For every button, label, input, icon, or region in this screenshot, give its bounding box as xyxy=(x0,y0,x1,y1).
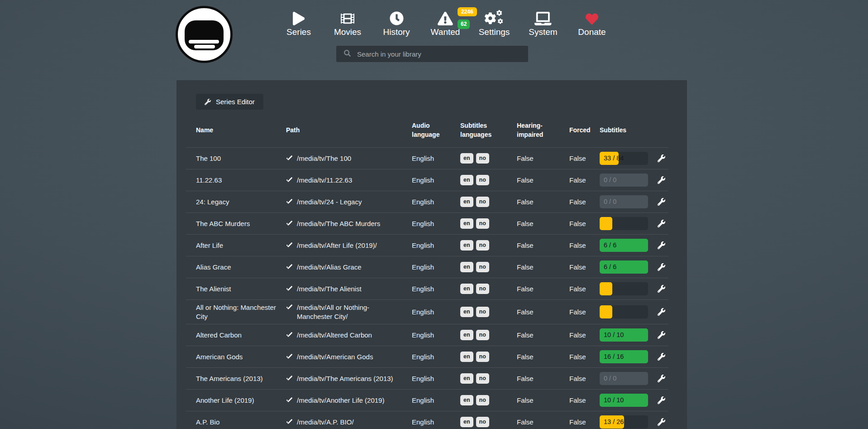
check-icon xyxy=(286,199,293,205)
series-editor-button[interactable]: Series Editor xyxy=(196,94,263,110)
language-badge: en xyxy=(460,395,473,405)
series-name[interactable]: Another Life (2019) xyxy=(186,393,286,408)
nav-item-movies[interactable]: Movies xyxy=(323,8,372,37)
series-path-text: /media/tv/All or Nothing- Manchester Cit… xyxy=(297,303,405,321)
language-badge: no xyxy=(476,395,489,405)
subtitles-languages-badges: enno xyxy=(460,307,517,317)
subtitles-progress-bar xyxy=(600,282,648,295)
hearing-impaired-value: False xyxy=(517,396,569,404)
series-name[interactable]: A.P. Bio xyxy=(186,415,286,429)
wrench-icon[interactable] xyxy=(658,220,665,227)
wrench-icon[interactable] xyxy=(658,331,665,339)
search-input[interactable] xyxy=(356,50,528,58)
series-name[interactable]: All or Nothing: Manchester City xyxy=(186,300,286,324)
nav-item-series[interactable]: Series xyxy=(274,8,323,37)
progress-label: 6 / 6 xyxy=(604,239,616,252)
row-actions xyxy=(654,263,668,271)
audio-language-value: English xyxy=(412,308,460,316)
hearing-impaired-value: False xyxy=(517,285,569,293)
series-path: /media/tv/24 - Legacy xyxy=(286,194,412,210)
audio-language-value: English xyxy=(412,154,460,162)
forced-value: False xyxy=(569,154,600,162)
nav-label-system: System xyxy=(529,27,557,37)
wrench-icon[interactable] xyxy=(658,285,665,293)
wrench-icon[interactable] xyxy=(658,241,665,249)
bazarr-logo[interactable] xyxy=(176,6,233,63)
series-path: /media/tv/The Americans (2013) xyxy=(286,371,412,386)
series-name[interactable]: Alias Grace xyxy=(186,260,286,275)
series-name[interactable]: After Life xyxy=(186,238,286,253)
wrench-icon[interactable] xyxy=(658,375,665,382)
series-name[interactable]: The 100 xyxy=(186,151,286,166)
check-icon xyxy=(286,221,293,227)
subtitles-languages-badges: enno xyxy=(460,153,517,164)
language-badge: no xyxy=(476,352,489,362)
nav-label-history: History xyxy=(383,27,410,37)
nav-item-donate[interactable]: Donate xyxy=(568,8,616,37)
series-name[interactable]: The Alienist xyxy=(186,281,286,297)
wrench-icon[interactable] xyxy=(658,176,665,184)
wrench-icon[interactable] xyxy=(658,308,665,316)
library-search xyxy=(336,46,528,62)
table-row: All or Nothing: Manchester City /media/t… xyxy=(186,299,668,324)
table-row: American Gods /media/tv/American Gods En… xyxy=(186,346,668,367)
hearing-impaired-value: False xyxy=(517,263,569,271)
row-actions xyxy=(654,198,668,206)
progress-label: 0 / 0 xyxy=(604,195,616,208)
series-name[interactable]: The ABC Murders xyxy=(186,216,286,231)
nav-item-wanted[interactable]: Wanted 2246 62 xyxy=(421,8,470,37)
subtitles-progress-cell xyxy=(600,282,654,295)
hearing-impaired-value: False xyxy=(517,375,569,382)
row-actions xyxy=(654,353,668,361)
wrench-icon xyxy=(205,99,211,105)
wrench-icon[interactable] xyxy=(658,396,665,404)
forced-value: False xyxy=(569,220,600,227)
audio-language-value: English xyxy=(412,198,460,206)
header-actions xyxy=(654,130,668,139)
subtitles-progress-cell: 6 / 6 xyxy=(600,239,654,252)
nav-label-settings: Settings xyxy=(479,27,510,37)
progress-fill xyxy=(600,305,612,318)
subtitles-progress-bar xyxy=(600,305,648,318)
play-icon xyxy=(293,8,305,25)
series-name[interactable]: 11.22.63 xyxy=(186,173,286,188)
language-badge: en xyxy=(460,330,473,340)
row-actions xyxy=(654,176,668,184)
table-row: The ABC Murders /media/tv/The ABC Murder… xyxy=(186,212,668,234)
check-icon xyxy=(286,332,293,338)
nav-item-settings[interactable]: Settings xyxy=(470,8,519,37)
table-row: The 100 /media/tv/The 100 English enno F… xyxy=(186,147,668,169)
language-badge: en xyxy=(460,175,473,185)
wanted-count-badge-success: 62 xyxy=(458,19,470,29)
series-path: /media/tv/The Alienist xyxy=(286,281,412,297)
wrench-icon[interactable] xyxy=(658,198,665,206)
forced-value: False xyxy=(569,331,600,339)
nav-item-system[interactable]: System xyxy=(519,8,568,37)
wrench-icon[interactable] xyxy=(658,418,665,426)
check-icon xyxy=(286,419,293,425)
wrench-icon[interactable] xyxy=(658,263,665,271)
table-row: The Americans (2013) /media/tv/The Ameri… xyxy=(186,367,668,389)
table-row: A.P. Bio /media/tv/A.P. BIO/ English enn… xyxy=(186,411,668,429)
subtitles-progress-bar: 6 / 6 xyxy=(600,239,648,252)
nav-item-history[interactable]: History xyxy=(372,8,421,37)
hearing-impaired-value: False xyxy=(517,418,569,426)
series-name[interactable]: The Americans (2013) xyxy=(186,371,286,386)
logo-subtitle-line xyxy=(194,45,215,48)
forced-value: False xyxy=(569,396,600,404)
series-name[interactable]: Altered Carbon xyxy=(186,328,286,343)
language-badge: no xyxy=(476,175,489,185)
audio-language-value: English xyxy=(412,396,460,404)
wrench-icon[interactable] xyxy=(658,353,665,361)
language-badge: no xyxy=(476,307,489,317)
series-path: /media/tv/American Gods xyxy=(286,349,412,365)
series-name[interactable]: American Gods xyxy=(186,349,286,365)
wrench-icon[interactable] xyxy=(658,154,665,162)
row-actions xyxy=(654,418,668,426)
language-badge: en xyxy=(460,262,473,272)
forced-value: False xyxy=(569,285,600,293)
hearing-impaired-value: False xyxy=(517,154,569,162)
series-table: Name Path Audio language Subtitles langu… xyxy=(186,110,668,429)
series-name[interactable]: 24: Legacy xyxy=(186,194,286,210)
check-icon xyxy=(286,304,293,310)
